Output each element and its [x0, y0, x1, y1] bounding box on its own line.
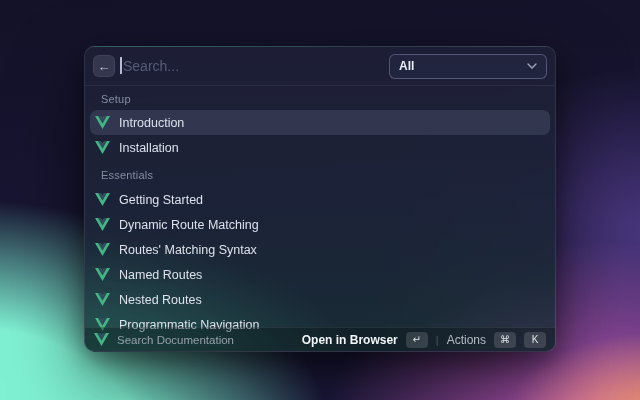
vue-logo-icon [95, 193, 110, 206]
results-list: Setup Introduction Installation Essentia… [85, 86, 555, 351]
k-key-icon[interactable]: K [524, 332, 546, 348]
vue-logo-icon [95, 218, 110, 231]
open-in-browser-button[interactable]: Open in Browser [302, 333, 398, 347]
result-item-routes-matching-syntax[interactable]: Routes' Matching Syntax [90, 237, 550, 262]
result-item-getting-started[interactable]: Getting Started [90, 187, 550, 212]
chevron-down-icon [527, 63, 537, 69]
result-item-nested-routes[interactable]: Nested Routes [90, 287, 550, 312]
result-item-label: Routes' Matching Syntax [119, 243, 257, 257]
palette-footer: Search Documentation Open in Browser ↵ |… [85, 327, 555, 351]
footer-divider: | [436, 334, 439, 346]
vue-logo-icon [95, 141, 110, 154]
command-key-icon[interactable]: ⌘ [494, 332, 516, 348]
result-item-dynamic-route-matching[interactable]: Dynamic Route Matching [90, 212, 550, 237]
result-item-introduction[interactable]: Introduction [90, 110, 550, 135]
vue-logo-icon [94, 333, 109, 346]
result-item-label: Named Routes [119, 268, 202, 282]
back-arrow-icon: ← [98, 60, 111, 73]
vue-logo-icon [95, 293, 110, 306]
section-header-setup: Setup [90, 88, 550, 110]
enter-key-icon[interactable]: ↵ [406, 332, 428, 348]
section-header-essentials: Essentials [90, 160, 550, 187]
text-caret [120, 57, 122, 74]
result-item-label: Installation [119, 141, 179, 155]
vue-logo-icon [95, 243, 110, 256]
search-header: ← All [85, 47, 555, 86]
scope-filter-dropdown[interactable]: All [389, 54, 547, 79]
result-item-label: Introduction [119, 116, 184, 130]
vue-logo-icon [95, 116, 110, 129]
back-button[interactable]: ← [93, 55, 115, 77]
search-input[interactable] [115, 58, 389, 74]
result-item-installation[interactable]: Installation [90, 135, 550, 160]
result-item-label: Nested Routes [119, 293, 202, 307]
footer-source-label: Search Documentation [117, 334, 234, 346]
result-item-named-routes[interactable]: Named Routes [90, 262, 550, 287]
search-palette-window: ← All Setup Introduction [84, 46, 556, 352]
result-item-label: Dynamic Route Matching [119, 218, 259, 232]
result-item-label: Getting Started [119, 193, 203, 207]
vue-logo-icon [95, 268, 110, 281]
actions-button[interactable]: Actions [447, 333, 486, 347]
scope-filter-value: All [399, 59, 414, 73]
